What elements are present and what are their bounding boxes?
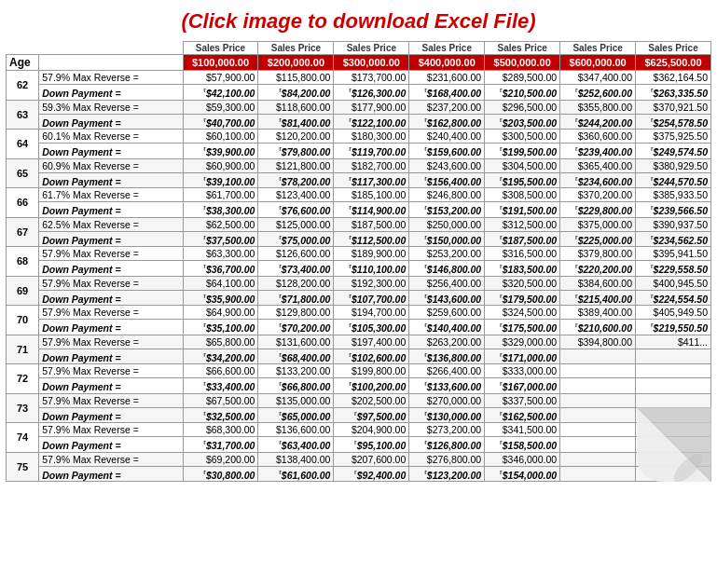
down-payment-value xyxy=(636,437,711,453)
max-reverse-value: $125,000.00 xyxy=(258,217,334,231)
max-reverse-row: 7357.9% Max Reverse =$67,500.00$135,000.… xyxy=(7,393,711,407)
max-reverse-row: 6957.9% Max Reverse =$64,100.00$128,200.… xyxy=(7,276,711,290)
down-payment-row: Down Payment =r$36,700.00r$73,400.00r$11… xyxy=(7,261,711,277)
down-payment-value xyxy=(560,466,636,482)
page-header[interactable]: (Click image to download Excel File) xyxy=(0,0,717,41)
max-reverse-label: 57.9% Max Reverse = xyxy=(39,306,183,320)
down-payment-value: r$162,500.00 xyxy=(485,407,560,423)
max-reverse-value: $312,500.00 xyxy=(485,217,560,231)
down-payment-label: Down Payment = xyxy=(39,202,183,218)
down-payment-value: r$39,900.00 xyxy=(183,144,258,159)
down-payment-value: r$73,400.00 xyxy=(258,261,334,277)
down-payment-value xyxy=(560,378,636,394)
max-reverse-value: $316,500.00 xyxy=(485,247,560,261)
age-cell: 70 xyxy=(7,306,39,335)
down-payment-label: Down Payment = xyxy=(39,349,183,364)
down-payment-value: r$220,200.00 xyxy=(560,261,636,277)
col-header-1: Sales Price xyxy=(183,42,258,55)
age-cell: 68 xyxy=(7,247,39,277)
down-payment-value: r$31,700.00 xyxy=(183,437,258,453)
table-container: Sales Price Sales Price Sales Price Sale… xyxy=(6,41,711,482)
down-payment-value: r$162,800.00 xyxy=(409,114,485,130)
down-payment-value: r$234,600.00 xyxy=(560,172,636,188)
down-payment-label: Down Payment = xyxy=(39,437,183,453)
max-reverse-value: $202,500.00 xyxy=(334,393,409,407)
max-reverse-value: $240,400.00 xyxy=(409,130,485,144)
max-reverse-value: $362,164.50 xyxy=(636,71,711,85)
down-payment-value: r$154,000.00 xyxy=(485,466,560,482)
down-payment-row: Down Payment =r$31,700.00r$63,400.00r$95… xyxy=(7,437,711,453)
down-payment-row: Down Payment =r$40,700.00r$81,400.00r$12… xyxy=(7,114,711,130)
max-reverse-value: $375,925.50 xyxy=(636,130,711,144)
max-reverse-row: 6560.9% Max Reverse =$60,900.00$121,800.… xyxy=(7,158,711,172)
down-payment-value: r$33,400.00 xyxy=(183,378,258,394)
down-payment-value: r$117,300.00 xyxy=(334,172,409,188)
max-reverse-row: 6359.3% Max Reverse =$59,300.00$118,600.… xyxy=(7,100,711,114)
down-payment-row: Down Payment =r$39,900.00r$79,800.00r$11… xyxy=(7,144,711,159)
max-reverse-row: 6257.9% Max Reverse =$57,900.00$115,800.… xyxy=(7,71,711,85)
down-payment-value: r$249,574.50 xyxy=(636,144,711,159)
price-5: $500,000.00 xyxy=(485,55,560,71)
max-reverse-value: $115,800.00 xyxy=(258,71,334,85)
down-payment-value: r$168,400.00 xyxy=(409,85,485,101)
max-reverse-row: 6460.1% Max Reverse =$60,100.00$120,200.… xyxy=(7,130,711,144)
max-reverse-value: $129,800.00 xyxy=(258,306,334,320)
max-reverse-row: 7257.9% Max Reverse =$66,600.00$133,200.… xyxy=(7,364,711,378)
down-payment-value: r$229,800.00 xyxy=(560,202,636,218)
max-reverse-row: 7457.9% Max Reverse =$68,300.00$136,600.… xyxy=(7,423,711,437)
max-reverse-label: 57.9% Max Reverse = xyxy=(39,71,183,85)
down-payment-value: r$215,400.00 xyxy=(560,290,636,306)
max-reverse-value: $337,500.00 xyxy=(485,393,560,407)
down-payment-value: r$39,100.00 xyxy=(183,172,258,188)
max-reverse-value: $126,600.00 xyxy=(258,247,334,261)
max-reverse-label: 57.9% Max Reverse = xyxy=(39,423,183,437)
max-reverse-value: $123,400.00 xyxy=(258,188,334,202)
max-reverse-value: $370,921.50 xyxy=(636,100,711,114)
max-reverse-value: $173,700.00 xyxy=(334,71,409,85)
down-payment-value: r$225,000.00 xyxy=(560,231,636,247)
max-reverse-value: $138,400.00 xyxy=(258,452,334,466)
down-payment-value: r$140,400.00 xyxy=(409,320,485,335)
max-reverse-value: $207,600.00 xyxy=(334,452,409,466)
age-cell: 66 xyxy=(7,188,39,218)
max-reverse-value: $231,600.00 xyxy=(409,71,485,85)
max-reverse-value xyxy=(560,393,636,407)
down-payment-row: Down Payment =r$42,100.00r$84,200.00r$12… xyxy=(7,85,711,101)
down-payment-value xyxy=(636,378,711,394)
down-payment-value: r$119,700.00 xyxy=(334,144,409,159)
max-reverse-value: $347,400.00 xyxy=(560,71,636,85)
max-reverse-value: $133,200.00 xyxy=(258,364,334,378)
down-payment-value: r$79,800.00 xyxy=(258,144,334,159)
down-payment-value: r$156,400.00 xyxy=(409,172,485,188)
max-reverse-value: $384,600.00 xyxy=(560,276,636,290)
max-reverse-value: $304,500.00 xyxy=(485,158,560,172)
max-reverse-value: $308,500.00 xyxy=(485,188,560,202)
down-payment-value: r$112,500.00 xyxy=(334,231,409,247)
max-reverse-label: 57.9% Max Reverse = xyxy=(39,364,183,378)
max-reverse-value: $395,941.50 xyxy=(636,247,711,261)
age-cell: 69 xyxy=(7,276,39,306)
max-reverse-value: $246,800.00 xyxy=(409,188,485,202)
down-payment-value: r$210,600.00 xyxy=(560,320,636,335)
max-reverse-value: $65,800.00 xyxy=(183,335,258,349)
down-payment-value: r$97,500.00 xyxy=(334,407,409,423)
max-reverse-value: $128,200.00 xyxy=(258,276,334,290)
max-reverse-label: 60.1% Max Reverse = xyxy=(39,130,183,144)
data-table: Sales Price Sales Price Sales Price Sale… xyxy=(6,41,711,482)
max-reverse-value: $131,600.00 xyxy=(258,335,334,349)
down-payment-value: r$100,200.00 xyxy=(334,378,409,394)
max-reverse-label: 57.9% Max Reverse = xyxy=(39,335,183,349)
max-reverse-row: 7057.9% Max Reverse =$64,900.00$129,800.… xyxy=(7,306,711,320)
col-label-row: Sales Price Sales Price Sales Price Sale… xyxy=(7,42,711,55)
down-payment-row: Down Payment =r$39,100.00r$78,200.00r$11… xyxy=(7,172,711,188)
down-payment-value: r$123,200.00 xyxy=(409,466,485,482)
max-reverse-row: 6661.7% Max Reverse =$61,700.00$123,400.… xyxy=(7,188,711,202)
down-payment-value: r$122,100.00 xyxy=(334,114,409,130)
price-4: $400,000.00 xyxy=(409,55,485,71)
max-reverse-value: $324,500.00 xyxy=(485,306,560,320)
max-reverse-value: $60,100.00 xyxy=(183,130,258,144)
max-reverse-value: $263,200.00 xyxy=(409,335,485,349)
down-payment-value: r$136,800.00 xyxy=(409,349,485,364)
max-reverse-value: $185,100.00 xyxy=(334,188,409,202)
header-text: (Click image to download Excel File) xyxy=(181,9,535,33)
